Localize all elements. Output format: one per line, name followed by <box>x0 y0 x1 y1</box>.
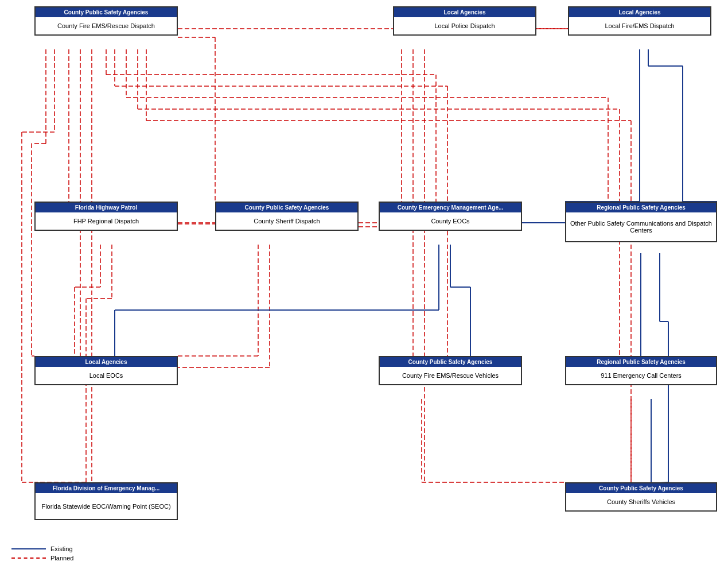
legend: Existing Planned <box>11 545 73 562</box>
other-public-safety-node: Regional Public Safety Agencies Other Pu… <box>565 202 717 242</box>
county-sheriff-dispatch-body: County Sheriff Dispatch <box>216 212 357 230</box>
county-sheriff-dispatch-node: County Public Safety Agencies County She… <box>215 202 359 231</box>
local-police-dispatch-header: Local Agencies <box>394 7 535 17</box>
fhp-dispatch-header: Florida Highway Patrol <box>36 203 177 212</box>
legend-existing-line <box>11 548 46 549</box>
legend-existing-item: Existing <box>11 545 73 552</box>
legend-planned-item: Planned <box>11 555 73 562</box>
county-eocs-header: County Emergency Management Age... <box>380 203 521 212</box>
florida-seoc-header: Florida Division of Emergency Manag... <box>36 483 177 493</box>
county-fire-vehicles-header: County Public Safety Agencies <box>380 357 521 367</box>
county-fire-dispatch-body: County Fire EMS/Rescue Dispatch <box>36 17 177 34</box>
fhp-dispatch-node: Florida Highway Patrol FHP Regional Disp… <box>34 202 178 231</box>
county-eocs-body: County EOCs <box>380 212 521 230</box>
local-eocs-header: Local Agencies <box>36 357 177 367</box>
diagram-container: County Public Safety Agencies County Fir… <box>0 0 728 573</box>
florida-seoc-body: Florida Statewide EOC/Warning Point (SEO… <box>36 493 177 519</box>
local-fire-dispatch-body: Local Fire/EMS Dispatch <box>569 17 710 34</box>
legend-planned-label: Planned <box>50 555 73 562</box>
legend-existing-label: Existing <box>50 545 73 552</box>
other-public-safety-body: Other Public Safety Communications and D… <box>566 212 716 241</box>
county-sheriffs-vehicles-header: County Public Safety Agencies <box>566 483 716 493</box>
county-fire-vehicles-node: County Public Safety Agencies County Fir… <box>379 356 522 385</box>
911-call-centers-body: 911 Emergency Call Centers <box>566 367 716 384</box>
local-fire-dispatch-node: Local Agencies Local Fire/EMS Dispatch <box>568 6 711 36</box>
county-fire-vehicles-body: County Fire EMS/Rescue Vehicles <box>380 367 521 384</box>
local-police-dispatch-node: Local Agencies Local Police Dispatch <box>393 6 536 36</box>
county-fire-dispatch-header: County Public Safety Agencies <box>36 7 177 17</box>
county-fire-dispatch-node: County Public Safety Agencies County Fir… <box>34 6 178 36</box>
911-call-centers-header: Regional Public Safety Agencies <box>566 357 716 367</box>
911-call-centers-node: Regional Public Safety Agencies 911 Emer… <box>565 356 717 385</box>
county-sheriffs-vehicles-node: County Public Safety Agencies County She… <box>565 482 717 512</box>
other-public-safety-header: Regional Public Safety Agencies <box>566 203 716 212</box>
florida-seoc-node: Florida Division of Emergency Manag... F… <box>34 482 178 520</box>
local-fire-dispatch-header: Local Agencies <box>569 7 710 17</box>
legend-planned-line <box>11 557 46 559</box>
fhp-dispatch-body: FHP Regional Dispatch <box>36 212 177 230</box>
local-police-dispatch-body: Local Police Dispatch <box>394 17 535 34</box>
local-eocs-body: Local EOCs <box>36 367 177 384</box>
local-eocs-node: Local Agencies Local EOCs <box>34 356 178 385</box>
county-eocs-node: County Emergency Management Age... Count… <box>379 202 522 231</box>
county-sheriffs-vehicles-body: County Sheriffs Vehicles <box>566 493 716 510</box>
county-sheriff-dispatch-header: County Public Safety Agencies <box>216 203 357 212</box>
